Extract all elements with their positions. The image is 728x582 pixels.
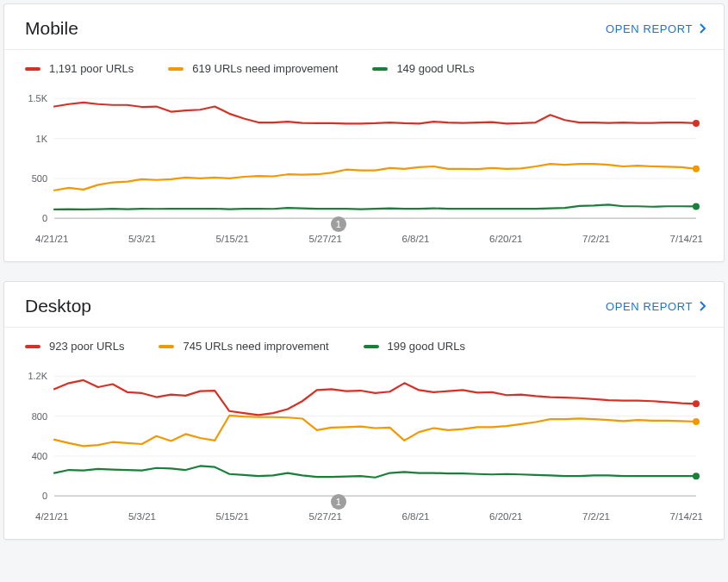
x-tick-label: 5/15/21 [216,511,249,522]
legend-label: 149 good URLs [396,62,474,75]
legend-label: 923 poor URLs [49,340,124,353]
card-title: Desktop [25,296,91,316]
series-line-good [54,466,696,478]
x-tick-label: 7/14/21 [670,511,703,522]
y-tick-label: 1.5K [28,93,47,103]
x-tick-label: 6/20/21 [489,234,522,244]
x-tick-label: 6/8/21 [401,234,429,244]
legend-swatch [25,67,40,71]
series-end-dot-poor [693,120,700,127]
chevron-right-icon [700,301,706,311]
x-tick-label: 7/14/21 [670,234,703,244]
y-tick-label: 500 [32,173,47,184]
x-tick-label: 6/8/21 [401,511,429,522]
y-tick-label: 1.2K [28,372,47,382]
legend-label: 745 URLs need improvement [183,340,328,353]
series-line-poor [54,380,696,415]
legend: 923 poor URLs 745 URLs need improvement … [4,328,724,354]
legend-item: 199 good URLs [364,340,465,353]
x-tick-label: 6/20/21 [489,511,522,522]
card-title: Mobile [25,18,78,39]
chart-area: 0 400 800 1.2K 1 [4,354,724,504]
card-mobile: Mobile OPEN REPORT 1,191 poor URLs 619 U… [3,3,725,262]
open-report-button[interactable]: OPEN REPORT [606,300,706,313]
legend-label: 1,191 poor URLs [49,62,134,75]
chevron-right-icon [700,23,706,34]
series-end-dot-need_improvement [693,418,700,425]
x-tick-label: 4/21/21 [35,511,68,522]
legend-item: 923 poor URLs [25,340,124,353]
open-report-label: OPEN REPORT [606,22,693,35]
x-tick-label: 7/2/21 [582,234,610,244]
legend: 1,191 poor URLs 619 URLs need improvemen… [4,50,724,77]
series-line-need_improvement [54,164,696,191]
series-end-dot-need_improvement [693,166,700,172]
card-desktop: Desktop OPEN REPORT 923 poor URLs 745 UR… [3,281,725,540]
legend-swatch [159,345,174,348]
chart-svg: 0 500 1K 1.5K [23,85,705,223]
y-tick-label: 0 [42,213,47,223]
x-tick-label: 5/3/21 [128,234,156,244]
legend-item: 149 good URLs [372,62,474,75]
legend-item: 1,191 poor URLs [25,62,134,75]
y-tick-label: 1K [36,134,48,144]
y-tick-label: 400 [32,451,47,461]
x-tick-label: 7/2/21 [582,511,610,522]
series-line-good [54,204,696,210]
series-line-need_improvement [54,416,696,446]
annotation-marker[interactable]: 1 [331,494,346,510]
y-tick-label: 0 [42,491,47,501]
legend-item: 745 URLs need improvement [159,340,328,353]
y-tick-label: 800 [32,411,47,422]
legend-swatch [168,67,184,71]
chart-svg: 0 400 800 1.2K [23,363,705,501]
open-report-label: OPEN REPORT [606,300,693,313]
annotation-marker[interactable]: 1 [331,216,346,232]
open-report-button[interactable]: OPEN REPORT [606,22,706,35]
series-end-dot-good [693,203,700,210]
x-tick-label: 5/27/21 [309,234,342,244]
x-axis-ticks: 4/21/215/3/215/15/215/27/216/8/216/20/21… [4,227,724,261]
x-tick-label: 4/21/21 [35,234,68,244]
legend-item: 619 URLs need improvement [168,62,338,75]
series-line-poor [54,103,696,124]
legend-label: 199 good URLs [388,340,465,353]
x-tick-label: 5/3/21 [128,511,156,522]
x-tick-label: 5/15/21 [216,234,249,244]
series-end-dot-poor [693,401,700,408]
legend-swatch [25,345,40,348]
legend-swatch [364,345,379,348]
series-end-dot-good [693,472,700,479]
chart-area: 0 500 1K 1.5K 1 [4,77,724,227]
x-tick-label: 5/27/21 [309,511,342,522]
x-axis-ticks: 4/21/215/3/215/15/215/27/216/8/216/20/21… [4,504,724,539]
legend-label: 619 URLs need improvement [192,62,338,75]
legend-swatch [372,67,388,71]
